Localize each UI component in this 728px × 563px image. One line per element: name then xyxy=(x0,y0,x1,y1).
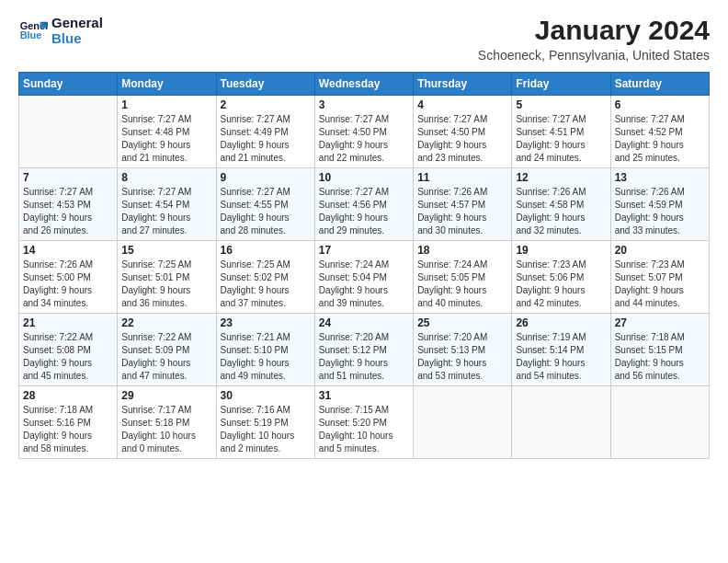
calendar-cell xyxy=(414,386,512,459)
day-info: Sunrise: 7:26 AMSunset: 4:58 PMDaylight:… xyxy=(516,186,606,237)
calendar-cell: 2Sunrise: 7:27 AMSunset: 4:49 PMDaylight… xyxy=(216,96,314,168)
day-number: 8 xyxy=(121,171,211,184)
day-info: Sunrise: 7:27 AMSunset: 4:51 PMDaylight:… xyxy=(516,113,606,165)
day-number: 4 xyxy=(417,98,507,111)
day-info: Sunrise: 7:20 AMSunset: 5:13 PMDaylight:… xyxy=(417,331,507,383)
day-info: Sunrise: 7:23 AMSunset: 5:06 PMDaylight:… xyxy=(516,259,606,310)
calendar-cell: 29Sunrise: 7:17 AMSunset: 5:18 PMDayligh… xyxy=(118,386,216,459)
svg-text:Blue: Blue xyxy=(20,30,42,41)
day-info: Sunrise: 7:27 AMSunset: 4:54 PMDaylight:… xyxy=(121,186,211,237)
logo: General Blue General Blue xyxy=(18,15,103,47)
calendar-cell: 11Sunrise: 7:26 AMSunset: 4:57 PMDayligh… xyxy=(414,168,512,241)
day-info: Sunrise: 7:27 AMSunset: 4:50 PMDaylight:… xyxy=(417,113,507,165)
day-number: 3 xyxy=(319,98,409,111)
day-number: 22 xyxy=(121,316,211,329)
calendar-week-row: 28Sunrise: 7:18 AMSunset: 5:16 PMDayligh… xyxy=(19,386,710,459)
calendar-cell: 16Sunrise: 7:25 AMSunset: 5:02 PMDayligh… xyxy=(216,241,314,314)
col-thursday: Thursday xyxy=(414,73,512,96)
logo-text-blue: Blue xyxy=(51,30,103,46)
calendar-cell: 10Sunrise: 7:27 AMSunset: 4:56 PMDayligh… xyxy=(314,168,413,241)
calendar-cell: 28Sunrise: 7:18 AMSunset: 5:16 PMDayligh… xyxy=(19,386,118,459)
day-number: 31 xyxy=(319,389,409,402)
calendar-cell xyxy=(19,96,118,168)
calendar-cell: 5Sunrise: 7:27 AMSunset: 4:51 PMDaylight… xyxy=(512,96,610,168)
calendar-cell: 26Sunrise: 7:19 AMSunset: 5:14 PMDayligh… xyxy=(512,314,610,386)
day-number: 24 xyxy=(319,316,409,329)
day-number: 25 xyxy=(417,316,507,329)
calendar-cell: 20Sunrise: 7:23 AMSunset: 5:07 PMDayligh… xyxy=(610,241,709,314)
day-info: Sunrise: 7:27 AMSunset: 4:48 PMDaylight:… xyxy=(121,113,211,165)
calendar-cell: 22Sunrise: 7:22 AMSunset: 5:09 PMDayligh… xyxy=(118,314,216,386)
day-info: Sunrise: 7:24 AMSunset: 5:05 PMDaylight:… xyxy=(417,259,507,310)
day-number: 15 xyxy=(121,244,211,257)
day-info: Sunrise: 7:27 AMSunset: 4:50 PMDaylight:… xyxy=(319,113,409,165)
col-friday: Friday xyxy=(512,73,610,96)
day-number: 20 xyxy=(615,244,705,257)
calendar-week-row: 1Sunrise: 7:27 AMSunset: 4:48 PMDaylight… xyxy=(19,96,710,168)
day-number: 27 xyxy=(615,316,705,329)
calendar-week-row: 14Sunrise: 7:26 AMSunset: 5:00 PMDayligh… xyxy=(19,241,710,314)
day-info: Sunrise: 7:26 AMSunset: 5:00 PMDaylight:… xyxy=(23,259,113,310)
calendar-cell: 24Sunrise: 7:20 AMSunset: 5:12 PMDayligh… xyxy=(314,314,413,386)
day-number: 2 xyxy=(221,98,311,111)
day-number: 19 xyxy=(516,244,606,257)
day-number: 11 xyxy=(417,171,507,184)
day-info: Sunrise: 7:22 AMSunset: 5:09 PMDaylight:… xyxy=(121,331,211,383)
day-info: Sunrise: 7:16 AMSunset: 5:19 PMDaylight:… xyxy=(221,404,311,455)
calendar-cell: 8Sunrise: 7:27 AMSunset: 4:54 PMDaylight… xyxy=(118,168,216,241)
day-info: Sunrise: 7:25 AMSunset: 5:01 PMDaylight:… xyxy=(121,259,211,310)
calendar-cell: 17Sunrise: 7:24 AMSunset: 5:04 PMDayligh… xyxy=(314,241,413,314)
location: Schoeneck, Pennsylvania, United States xyxy=(478,48,710,63)
day-number: 17 xyxy=(319,244,409,257)
day-number: 16 xyxy=(221,244,311,257)
calendar-cell: 7Sunrise: 7:27 AMSunset: 4:53 PMDaylight… xyxy=(19,168,118,241)
day-number: 6 xyxy=(615,98,705,111)
calendar-cell: 13Sunrise: 7:26 AMSunset: 4:59 PMDayligh… xyxy=(610,168,709,241)
calendar-header-row: Sunday Monday Tuesday Wednesday Thursday… xyxy=(19,73,710,96)
day-number: 5 xyxy=(516,98,606,111)
day-info: Sunrise: 7:19 AMSunset: 5:14 PMDaylight:… xyxy=(516,331,606,383)
logo-text-general: General xyxy=(51,15,103,30)
calendar-cell xyxy=(610,386,709,459)
day-number: 9 xyxy=(221,171,311,184)
day-number: 1 xyxy=(121,98,211,111)
header: General Blue General Blue January 2024 S… xyxy=(18,15,710,63)
day-info: Sunrise: 7:15 AMSunset: 5:20 PMDaylight:… xyxy=(319,404,409,455)
calendar-cell: 31Sunrise: 7:15 AMSunset: 5:20 PMDayligh… xyxy=(314,386,413,459)
calendar-cell: 18Sunrise: 7:24 AMSunset: 5:05 PMDayligh… xyxy=(414,241,512,314)
calendar-table: Sunday Monday Tuesday Wednesday Thursday… xyxy=(18,72,710,459)
day-number: 18 xyxy=(417,244,507,257)
day-info: Sunrise: 7:18 AMSunset: 5:16 PMDaylight:… xyxy=(23,404,113,455)
day-info: Sunrise: 7:20 AMSunset: 5:12 PMDaylight:… xyxy=(319,331,409,383)
month-year: January 2024 xyxy=(478,15,710,46)
col-monday: Monday xyxy=(118,73,216,96)
calendar-cell: 1Sunrise: 7:27 AMSunset: 4:48 PMDaylight… xyxy=(118,96,216,168)
day-info: Sunrise: 7:17 AMSunset: 5:18 PMDaylight:… xyxy=(121,404,211,455)
day-number: 30 xyxy=(221,389,311,402)
day-info: Sunrise: 7:27 AMSunset: 4:53 PMDaylight:… xyxy=(23,186,113,237)
col-sunday: Sunday xyxy=(19,73,118,96)
calendar-cell: 9Sunrise: 7:27 AMSunset: 4:55 PMDaylight… xyxy=(216,168,314,241)
day-info: Sunrise: 7:24 AMSunset: 5:04 PMDaylight:… xyxy=(319,259,409,310)
calendar-cell: 23Sunrise: 7:21 AMSunset: 5:10 PMDayligh… xyxy=(216,314,314,386)
calendar-cell xyxy=(512,386,610,459)
day-number: 26 xyxy=(516,316,606,329)
day-info: Sunrise: 7:23 AMSunset: 5:07 PMDaylight:… xyxy=(615,259,705,310)
calendar-cell: 25Sunrise: 7:20 AMSunset: 5:13 PMDayligh… xyxy=(414,314,512,386)
day-info: Sunrise: 7:26 AMSunset: 4:59 PMDaylight:… xyxy=(615,186,705,237)
day-number: 23 xyxy=(221,316,311,329)
day-number: 14 xyxy=(23,244,113,257)
calendar-cell: 15Sunrise: 7:25 AMSunset: 5:01 PMDayligh… xyxy=(118,241,216,314)
calendar-cell: 6Sunrise: 7:27 AMSunset: 4:52 PMDaylight… xyxy=(610,96,709,168)
day-info: Sunrise: 7:27 AMSunset: 4:49 PMDaylight:… xyxy=(221,113,311,165)
col-wednesday: Wednesday xyxy=(314,73,413,96)
calendar-cell: 3Sunrise: 7:27 AMSunset: 4:50 PMDaylight… xyxy=(314,96,413,168)
day-number: 7 xyxy=(23,171,113,184)
day-info: Sunrise: 7:27 AMSunset: 4:56 PMDaylight:… xyxy=(319,186,409,237)
calendar-cell: 14Sunrise: 7:26 AMSunset: 5:00 PMDayligh… xyxy=(19,241,118,314)
calendar-cell: 4Sunrise: 7:27 AMSunset: 4:50 PMDaylight… xyxy=(414,96,512,168)
calendar-cell: 30Sunrise: 7:16 AMSunset: 5:19 PMDayligh… xyxy=(216,386,314,459)
day-number: 12 xyxy=(516,171,606,184)
logo-icon: General Blue xyxy=(18,16,48,45)
day-number: 21 xyxy=(23,316,113,329)
